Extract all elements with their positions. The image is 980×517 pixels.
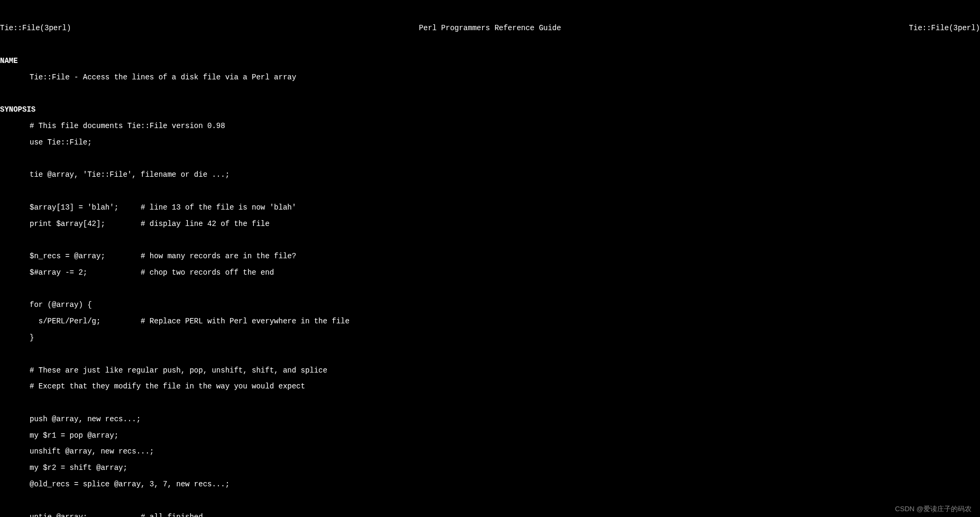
header-left: Tie::File(3perl) xyxy=(0,24,71,32)
synopsis-line: } xyxy=(0,334,980,342)
blank-line xyxy=(0,89,980,97)
header-right: Tie::File(3perl) xyxy=(909,24,980,32)
synopsis-line: push @array, new recs...; xyxy=(0,415,980,423)
synopsis-line: my $r1 = pop @array; xyxy=(0,432,980,440)
synopsis-line xyxy=(0,399,980,407)
synopsis-line: @old_recs = splice @array, 3, 7, new rec… xyxy=(0,480,980,488)
synopsis-line xyxy=(0,236,980,244)
synopsis-line: # These are just like regular push, pop,… xyxy=(0,367,980,375)
synopsis-line: tie @array, 'Tie::File', filename or die… xyxy=(0,171,980,179)
synopsis-line: # This file documents Tie::File version … xyxy=(0,122,980,130)
synopsis-line: s/PERL/Perl/g; # Replace PERL with Perl … xyxy=(0,318,980,325)
synopsis-line: my $r2 = shift @array; xyxy=(0,464,980,472)
section-name-header: NAME xyxy=(0,57,980,65)
synopsis-line: use Tie::File; xyxy=(0,139,980,147)
synopsis-line xyxy=(0,285,980,293)
synopsis-line: untie @array; # all finished xyxy=(0,513,980,517)
synopsis-line: $#array -= 2; # chop two records off the… xyxy=(0,269,980,277)
synopsis-line xyxy=(0,155,980,162)
man-page-header: Tie::File(3perl) Perl Programmers Refere… xyxy=(0,24,980,32)
synopsis-line: # Except that they modify the file in th… xyxy=(0,383,980,391)
blank-line xyxy=(0,41,980,49)
synopsis-line xyxy=(0,187,980,195)
synopsis-line: $n_recs = @array; # how many records are… xyxy=(0,252,980,260)
watermark: CSDN @爱读庄子的码农 xyxy=(895,505,972,513)
section-name-content: Tie::File - Access the lines of a disk f… xyxy=(0,74,980,81)
synopsis-line: print $array[42]; # display line 42 of t… xyxy=(0,220,980,228)
synopsis-line: $array[13] = 'blah'; # line 13 of the fi… xyxy=(0,204,980,212)
synopsis-line xyxy=(0,350,980,358)
header-center: Perl Programmers Reference Guide xyxy=(419,24,561,32)
synopsis-line xyxy=(0,497,980,505)
synopsis-line: unshift @array, new recs...; xyxy=(0,448,980,456)
section-synopsis-header: SYNOPSIS xyxy=(0,106,980,114)
synopsis-line: for (@array) { xyxy=(0,301,980,309)
